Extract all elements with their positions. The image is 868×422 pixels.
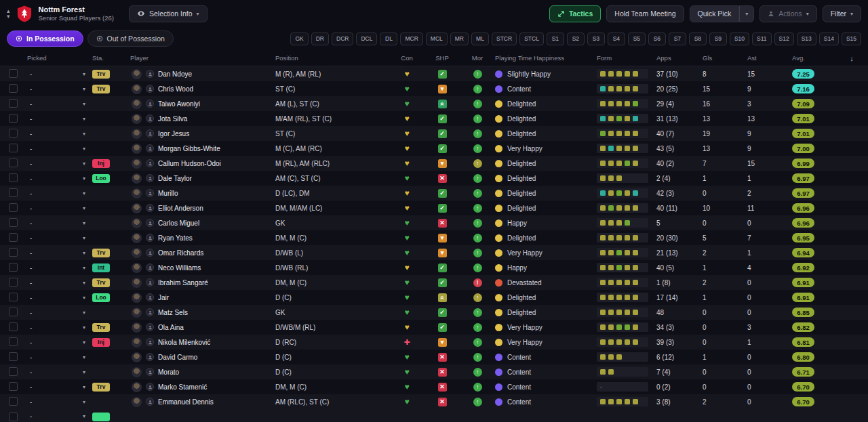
- player-cell[interactable]: Jota Silva: [130, 114, 275, 124]
- position-filter-gk[interactable]: GK: [290, 33, 308, 45]
- player-cell[interactable]: Dale Taylor: [130, 173, 275, 184]
- position-filter-s8[interactable]: S8: [689, 33, 707, 45]
- player-name[interactable]: Callum Hudson-Odoi: [158, 160, 221, 167]
- player-cell[interactable]: Taiwo Awoniyi: [130, 99, 275, 109]
- col-form[interactable]: Form: [597, 54, 656, 62]
- player-name[interactable]: Morato: [158, 368, 179, 376]
- row-checkbox[interactable]: [9, 322, 18, 331]
- picked-dropdown[interactable]: - ▾: [27, 413, 92, 420]
- position-filter-s13[interactable]: S13: [797, 33, 816, 45]
- position-filter-mr[interactable]: MR: [450, 33, 469, 45]
- row-checkbox[interactable]: [9, 367, 18, 376]
- player-name[interactable]: Ola Aina: [158, 324, 184, 331]
- picked-dropdown[interactable]: - ▾: [27, 145, 92, 152]
- player-name[interactable]: David Carmo: [158, 354, 197, 361]
- position-filter-dr[interactable]: DR: [311, 33, 329, 45]
- hold-team-meeting-button[interactable]: Hold Team Meeting: [606, 5, 684, 22]
- player-name[interactable]: Dale Taylor: [158, 175, 192, 182]
- filter-button[interactable]: Filter ▾: [823, 5, 861, 22]
- row-checkbox[interactable]: [9, 248, 18, 257]
- picked-dropdown[interactable]: - ▾: [27, 205, 92, 212]
- picked-dropdown[interactable]: - ▾: [27, 219, 92, 227]
- position-filter-dl[interactable]: DL: [380, 33, 397, 45]
- row-checkbox[interactable]: [9, 263, 18, 272]
- player-name[interactable]: Jair: [158, 294, 169, 301]
- row-checkbox[interactable]: [9, 233, 18, 242]
- position-filter-s5[interactable]: S5: [628, 33, 646, 45]
- player-cell[interactable]: Morato: [130, 367, 275, 377]
- player-cell[interactable]: Marko Stamenić: [130, 382, 275, 392]
- picked-dropdown[interactable]: - ▾: [27, 100, 92, 108]
- picked-dropdown[interactable]: - ▾: [27, 383, 92, 391]
- quick-pick-dropdown-button[interactable]: ▾: [739, 5, 754, 22]
- picked-dropdown[interactable]: - ▾: [27, 339, 92, 346]
- player-name[interactable]: Taiwo Awoniyi: [158, 100, 200, 108]
- position-filter-dcr[interactable]: DCR: [332, 33, 353, 45]
- position-filter-s7[interactable]: S7: [669, 33, 686, 45]
- position-filter-s10[interactable]: S10: [730, 33, 749, 45]
- row-checkbox[interactable]: [9, 308, 18, 316]
- picked-dropdown[interactable]: - ▾: [27, 234, 92, 242]
- player-name[interactable]: Dan Ndoye: [158, 70, 192, 78]
- player-cell[interactable]: Ryan Yates: [130, 233, 275, 243]
- player-cell[interactable]: Neco Williams: [130, 263, 275, 273]
- row-checkbox[interactable]: [9, 144, 18, 152]
- player-name[interactable]: Neco Williams: [158, 264, 201, 272]
- picked-dropdown[interactable]: - ▾: [27, 249, 92, 257]
- position-filter-s2[interactable]: S2: [567, 33, 585, 45]
- position-filter-s9[interactable]: S9: [709, 33, 727, 45]
- row-checkbox[interactable]: [9, 188, 18, 197]
- player-cell[interactable]: Chris Wood: [130, 84, 275, 94]
- row-checkbox[interactable]: [9, 84, 18, 93]
- position-filter-stcr[interactable]: STCR: [492, 33, 517, 45]
- col-status[interactable]: Sta.: [92, 54, 130, 62]
- col-picked[interactable]: Picked: [27, 54, 92, 62]
- player-name[interactable]: Carlos Miguel: [158, 219, 199, 227]
- row-checkbox[interactable]: [9, 99, 18, 108]
- player-cell[interactable]: Morgan Gibbs-White: [130, 144, 275, 154]
- col-sharpness[interactable]: SHP: [425, 54, 460, 62]
- player-name[interactable]: Nikola Milenković: [158, 339, 210, 346]
- position-filter-mcr[interactable]: MCR: [400, 33, 422, 45]
- player-cell[interactable]: Dan Ndoye: [130, 69, 275, 79]
- row-checkbox[interactable]: [9, 69, 18, 78]
- player-cell[interactable]: Nikola Milenković: [130, 337, 275, 347]
- player-cell[interactable]: Carlos Miguel: [130, 218, 275, 228]
- player-cell[interactable]: Jair: [130, 293, 275, 303]
- row-checkbox[interactable]: [9, 337, 18, 346]
- player-cell[interactable]: Omar Richards: [130, 248, 275, 258]
- position-filter-s6[interactable]: S6: [648, 33, 666, 45]
- position-filter-ml[interactable]: ML: [471, 33, 489, 45]
- picked-dropdown[interactable]: - ▾: [27, 354, 92, 361]
- picked-dropdown[interactable]: - ▾: [27, 398, 92, 406]
- player-name[interactable]: Igor Jesus: [158, 130, 189, 138]
- picked-dropdown[interactable]: - ▾: [27, 279, 92, 287]
- row-checkbox[interactable]: [9, 203, 18, 212]
- row-checkbox[interactable]: [9, 413, 18, 421]
- player-name[interactable]: Ryan Yates: [158, 234, 193, 242]
- position-filter-stcl[interactable]: STCL: [519, 33, 544, 45]
- position-filter-s3[interactable]: S3: [587, 33, 605, 45]
- col-condition[interactable]: Con: [389, 54, 425, 62]
- player-name[interactable]: Jota Silva: [158, 115, 187, 123]
- player-name[interactable]: Emmanuel Dennis: [158, 398, 214, 406]
- actions-button[interactable]: Actions ▾: [760, 5, 816, 22]
- player-cell[interactable]: Ibrahim Sangaré: [130, 278, 275, 288]
- position-filter-mcl[interactable]: MCL: [426, 33, 448, 45]
- row-checkbox[interactable]: [9, 218, 18, 227]
- picked-dropdown[interactable]: - ▾: [27, 85, 92, 93]
- chevron-down-icon[interactable]: ▾: [7, 14, 10, 19]
- col-happiness[interactable]: Playing Time Happiness: [495, 54, 597, 62]
- picked-dropdown[interactable]: - ▾: [27, 160, 92, 167]
- player-name[interactable]: Elliot Anderson: [158, 205, 203, 212]
- position-filter-s12[interactable]: S12: [774, 33, 794, 45]
- quick-pick-button[interactable]: Quick Pick: [690, 5, 740, 22]
- col-avg[interactable]: Avg.: [792, 54, 835, 62]
- col-apps[interactable]: Apps: [656, 54, 703, 62]
- player-name[interactable]: Marko Stamenić: [158, 383, 207, 391]
- col-position[interactable]: Position: [275, 54, 389, 62]
- player-cell[interactable]: Emmanuel Dennis: [130, 397, 275, 407]
- row-checkbox[interactable]: [9, 278, 18, 287]
- position-filter-s4[interactable]: S4: [608, 33, 625, 45]
- picked-dropdown[interactable]: - ▾: [27, 368, 92, 376]
